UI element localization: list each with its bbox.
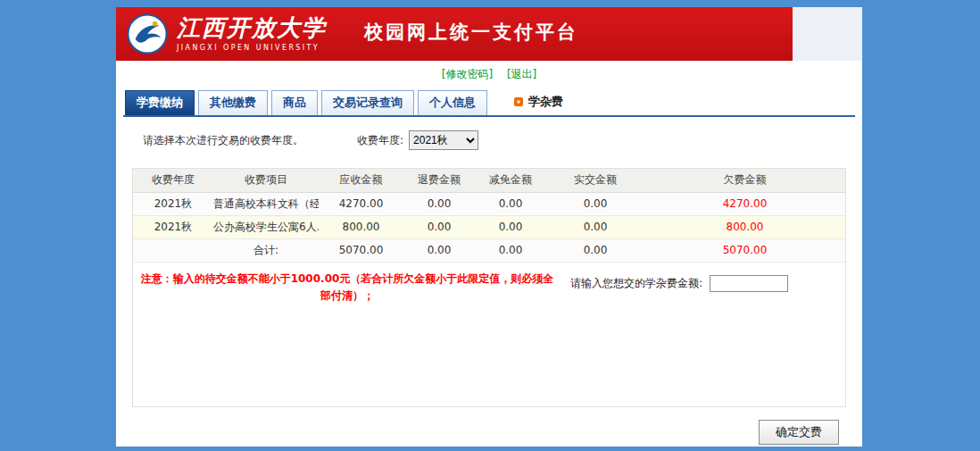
confirm-payment-button[interactable]: 确定交费 — [759, 420, 839, 445]
page-background: 江西开放大学 JIANGXI OPEN UNIVERSITY 校园网上统一支付平… — [0, 0, 980, 451]
table-cell: 0.00 — [403, 215, 475, 238]
table-cell: 2021秋 — [133, 215, 213, 238]
tab-transaction-query[interactable]: 交易记录查询 — [321, 90, 414, 115]
table-cell-owed: 5070.00 — [644, 238, 845, 262]
account-links-row: [修改密码] [退出] — [116, 61, 862, 87]
table-cell-owed: 4270.00 — [644, 192, 845, 215]
table-cell: 普通高校本科文科（经... — [213, 192, 319, 215]
university-logo-icon — [127, 13, 168, 54]
table-row: 2021秋 公办高校学生公寓6人... 800.00 0.00 0.00 0.0… — [133, 215, 845, 238]
col-header-refund: 退费金额 — [403, 169, 475, 192]
col-header-owed: 欠费金额 — [644, 169, 845, 192]
table-cell: 2021秋 — [133, 192, 213, 215]
fee-year-select[interactable]: 2021秋 — [409, 130, 478, 150]
university-name-block: 江西开放大学 JIANGXI OPEN UNIVERSITY — [177, 16, 327, 51]
banner-red-area: 江西开放大学 JIANGXI OPEN UNIVERSITY 校园网上统一支付平… — [116, 7, 793, 61]
table-cell: 5070.00 — [319, 238, 403, 262]
notice-row: 注意：输入的待交金额不能小于1000.00元（若合计所欠金额小于此限定值，则必须… — [133, 263, 845, 305]
table-header-row: 收费年度 收费项目 应收金额 退费金额 减免金额 实交金额 欠费金额 — [133, 169, 845, 192]
logout-link[interactable]: [退出] — [507, 68, 536, 80]
table-cell: 0.00 — [403, 238, 475, 262]
platform-title-reflection: 校园网上统一支付平台 — [364, 45, 578, 58]
fee-category-marker-icon — [514, 97, 523, 106]
col-header-year: 收费年度 — [133, 169, 213, 192]
table-cell: 公办高校学生公寓6人... — [213, 215, 319, 238]
breadcrumb: 学杂费 — [514, 94, 563, 115]
fee-amount-input[interactable] — [710, 275, 788, 292]
table-cell-owed: 800.00 — [644, 215, 845, 238]
university-name: 江西开放大学 — [177, 16, 327, 40]
header-banner: 江西开放大学 JIANGXI OPEN UNIVERSITY 校园网上统一支付平… — [116, 7, 862, 61]
table-cell: 800.00 — [319, 215, 403, 238]
col-header-paid: 实交金额 — [546, 169, 644, 192]
table-cell: 0.00 — [546, 192, 644, 215]
footer-row: 确定交费 — [116, 407, 862, 445]
amount-warning-text: 注意：输入的待交金额不能小于1000.00元（若合计所欠金额小于此限定值，则必须… — [138, 271, 556, 305]
platform-title: 校园网上统一支付平台 — [364, 20, 578, 45]
fees-table: 收费年度 收费项目 应收金额 退费金额 减免金额 实交金额 欠费金额 2021秋… — [133, 169, 845, 263]
fee-year-label: 收费年度: — [357, 133, 403, 148]
tab-other-fees[interactable]: 其他缴费 — [198, 90, 268, 115]
amount-input-label: 请输入您想交的学杂费金额: — [570, 276, 702, 291]
year-instruction-text: 请选择本次进行交易的收费年度。 — [143, 133, 303, 148]
table-cell: 0.00 — [546, 215, 644, 238]
fee-category-label: 学杂费 — [528, 94, 563, 110]
table-cell: 0.00 — [475, 192, 546, 215]
fees-table-container: 收费年度 收费项目 应收金额 退费金额 减免金额 实交金额 欠费金额 2021秋… — [132, 168, 846, 407]
tab-bar: 学费缴纳 其他缴费 商品 交易记录查询 个人信息 学杂费 — [123, 90, 855, 117]
tab-personal-info[interactable]: 个人信息 — [418, 90, 487, 115]
table-cell: 0.00 — [546, 238, 644, 262]
table-cell: 0.00 — [475, 215, 546, 238]
table-cell-total-label: 合计: — [213, 238, 319, 262]
year-filter-row: 请选择本次进行交易的收费年度。 收费年度: 2021秋 — [116, 117, 862, 155]
tab-products[interactable]: 商品 — [271, 90, 318, 115]
table-cell — [133, 238, 213, 262]
main-panel: 江西开放大学 JIANGXI OPEN UNIVERSITY 校园网上统一支付平… — [116, 7, 862, 447]
table-cell: 0.00 — [403, 192, 475, 215]
table-cell: 0.00 — [475, 238, 546, 262]
col-header-receivable: 应收金额 — [319, 169, 403, 192]
table-total-row: 合计: 5070.00 0.00 0.00 0.00 5070.00 — [133, 238, 845, 262]
platform-title-block: 校园网上统一支付平台 校园网上统一支付平台 — [364, 11, 578, 58]
banner-filler — [793, 7, 862, 61]
change-password-link[interactable]: [修改密码] — [442, 68, 493, 80]
col-header-reduction: 减免金额 — [475, 169, 546, 192]
tab-tuition-payment[interactable]: 学费缴纳 — [125, 90, 195, 115]
col-header-item: 收费项目 — [213, 169, 319, 192]
university-name-en: JIANGXI OPEN UNIVERSITY — [177, 44, 327, 52]
amount-input-group: 请输入您想交的学杂费金额: — [570, 271, 788, 292]
table-row: 2021秋 普通高校本科文科（经... 4270.00 0.00 0.00 0.… — [133, 192, 845, 215]
table-cell: 4270.00 — [319, 192, 403, 215]
